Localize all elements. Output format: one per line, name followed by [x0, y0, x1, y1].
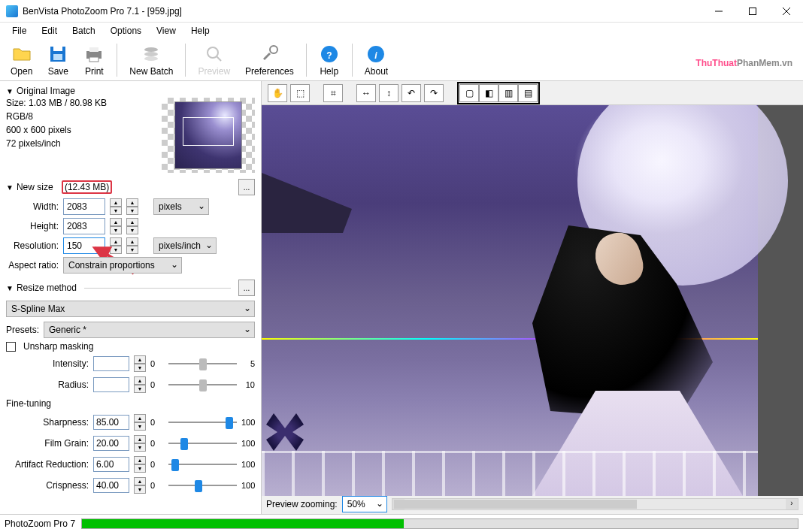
preview-hscrollbar[interactable]: ‹ › [392, 498, 798, 510]
flip-h-button[interactable]: ↔ [356, 84, 376, 102]
help-button[interactable]: ?Help [313, 42, 346, 78]
resolution-unit-select[interactable]: pixels/inch [153, 237, 217, 254]
resize-method-select[interactable]: S-Spline Max [6, 301, 255, 317]
rotate-ccw-button[interactable]: ↶ [402, 84, 421, 102]
sharpness-slider[interactable] [168, 415, 237, 430]
status-bar: PhotoZoom Pro 7 [0, 514, 803, 532]
new-size-options-button[interactable]: ... [238, 179, 255, 195]
crispness-label: Crispness: [6, 480, 89, 491]
watermark: ThuThuatPhanMem.vn [695, 51, 792, 71]
scroll-right-button[interactable]: › [786, 499, 798, 509]
marquee-tool-button[interactable]: ⬚ [290, 84, 310, 102]
artifact-slider[interactable] [168, 457, 237, 472]
width-up[interactable]: ▲ [110, 198, 122, 207]
menu-edit[interactable]: Edit [34, 24, 65, 38]
new-size-value: (12.43 MB) [62, 180, 112, 194]
view-split-h-icon: ◧ [485, 88, 493, 98]
main-toolbar: Open Save Print New Batch Preview Prefer… [0, 39, 803, 81]
original-resolution: 72 pixels/inch [6, 138, 156, 149]
radius-slider[interactable] [168, 377, 237, 392]
crispness-input[interactable] [93, 478, 129, 493]
view-split-v-icon: ▥ [505, 88, 513, 98]
menubar: File Edit Batch Options View Help [0, 23, 803, 39]
width-step-down[interactable]: ▼ [126, 207, 138, 215]
view-split-h-button[interactable]: ◧ [479, 84, 498, 102]
filmgrain-label: Film Grain: [6, 438, 89, 449]
print-button[interactable]: Print [77, 42, 111, 78]
new-batch-button[interactable]: New Batch [123, 42, 179, 78]
unsharp-checkbox[interactable] [6, 342, 16, 352]
res-up[interactable]: ▲ [110, 237, 122, 246]
finetune-label: Fine-tuning [6, 395, 255, 412]
height-input[interactable] [63, 218, 105, 234]
view-quad-button[interactable]: ▤ [518, 84, 538, 102]
preview-canvas[interactable] [262, 105, 803, 496]
menu-options[interactable]: Options [103, 24, 149, 38]
minimize-button[interactable] [701, 0, 735, 23]
original-size: Size: 1.03 MB / 80.98 KB [6, 98, 156, 108]
width-step-up[interactable]: ▲ [126, 198, 138, 207]
resolution-label: Resolution: [6, 240, 59, 251]
width-down[interactable]: ▼ [110, 207, 122, 215]
resize-method-header[interactable]: ▼ Resize method ... [6, 278, 255, 298]
collapse-icon: ▼ [6, 183, 14, 192]
intensity-slider[interactable] [168, 356, 237, 371]
resize-options-button[interactable]: ... [238, 280, 255, 296]
height-up[interactable]: ▲ [110, 218, 122, 226]
original-image-header[interactable]: ▼Original Image [6, 84, 255, 98]
maximize-button[interactable] [735, 0, 769, 23]
about-button[interactable]: iAbout [359, 42, 394, 78]
menu-help[interactable]: Help [183, 24, 217, 38]
close-button[interactable] [769, 0, 803, 23]
svg-rect-5 [53, 47, 62, 51]
settings-panel: ▼Original Image Size: 1.03 MB / 80.98 KB… [0, 81, 262, 514]
res-step-down[interactable]: ▼ [126, 246, 138, 254]
open-button[interactable]: Open [5, 42, 38, 78]
flip-h-icon: ↔ [362, 88, 371, 98]
height-step-up[interactable]: ▲ [126, 218, 138, 226]
crispness-slider[interactable] [168, 478, 237, 493]
menu-file[interactable]: File [5, 24, 34, 38]
resolution-input[interactable] [63, 237, 105, 254]
view-split-v-button[interactable]: ▥ [498, 84, 518, 102]
res-step-up[interactable]: ▲ [126, 237, 138, 246]
filmgrain-input[interactable] [93, 436, 129, 451]
presets-select[interactable]: Generic * [44, 322, 255, 338]
flip-v-icon: ↕ [386, 88, 391, 98]
pan-tool-button[interactable]: ✋ [268, 84, 287, 102]
artifact-input[interactable] [93, 457, 129, 472]
save-button[interactable]: Save [41, 42, 74, 78]
view-single-button[interactable]: ▢ [459, 84, 479, 102]
filmgrain-slider[interactable] [168, 436, 237, 451]
svg-rect-1 [749, 8, 756, 14]
new-size-header[interactable]: ▼ New size (12.43 MB) ... [6, 177, 255, 197]
crop-button[interactable]: ⌗ [323, 84, 343, 102]
preview-zoom-label: Preview zooming: [266, 499, 338, 509]
thumbnail[interactable] [162, 98, 255, 173]
preview-zoom-select[interactable]: 50% [342, 496, 387, 512]
menu-view[interactable]: View [149, 24, 183, 38]
aspect-ratio-select[interactable]: Constrain proportions [63, 257, 182, 274]
flip-v-button[interactable]: ↕ [379, 84, 398, 102]
rotate-cw-button[interactable]: ↷ [424, 84, 444, 102]
intensity-input[interactable] [93, 356, 129, 371]
height-step-down[interactable]: ▼ [126, 226, 138, 234]
preferences-button[interactable]: Preferences [239, 42, 300, 78]
svg-point-10 [144, 47, 158, 52]
status-app-name: PhotoZoom Pro 7 [5, 518, 75, 529]
collapse-icon: ▼ [6, 284, 14, 292]
menu-batch[interactable]: Batch [65, 24, 103, 38]
magnify-icon [204, 44, 225, 65]
window-title: BenVista PhotoZoom Pro 7.1 - [959.jpg] [23, 6, 701, 17]
height-down[interactable]: ▼ [110, 226, 122, 234]
svg-point-12 [144, 56, 158, 61]
size-unit-select[interactable]: pixels [153, 198, 209, 215]
radius-input[interactable] [93, 377, 129, 392]
preview-toolbar: ✋ ⬚ ⌗ ↔ ↕ ↶ ↷ ▢ ◧ ▥ ▤ [262, 81, 803, 105]
unsharp-label: Unsharp masking [23, 341, 93, 352]
width-input[interactable] [63, 198, 105, 215]
tools-icon [259, 44, 280, 65]
res-down[interactable]: ▼ [110, 246, 122, 254]
sharpness-input[interactable] [93, 415, 129, 430]
preview-button[interactable]: Preview [192, 42, 236, 78]
